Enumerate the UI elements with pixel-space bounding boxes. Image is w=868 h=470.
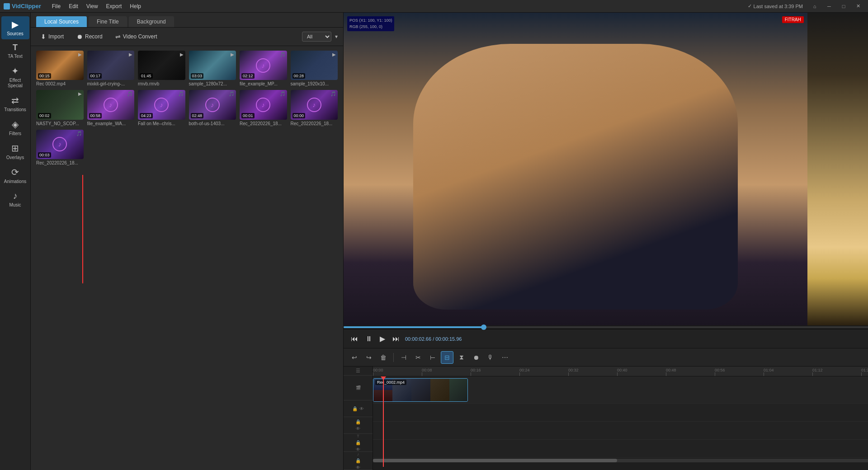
track-eye-button[interactable]: 👁 [359,406,364,411]
sidebar-label-filters: Filters [9,131,21,136]
ruler-mark-7: 00:56 [715,368,725,372]
go-start-button[interactable]: ⏮ [349,334,360,344]
cut-button[interactable]: ✂ [412,351,425,364]
pause-button[interactable]: ⏸ [363,334,374,344]
minimize-button[interactable]: ─ [823,1,835,11]
media-item-8[interactable]: ♪ 00:58 🎵 file_example_WA... [87,90,135,126]
media-item-4[interactable]: 03:03 ▶ sample_1280x72... [189,51,236,86]
split-button[interactable]: ⊟ [441,351,453,364]
menu-export[interactable]: Export [103,2,126,10]
media-thumb-8: ♪ 00:58 🎵 [87,90,135,119]
duration-badge-5: 02:12 [241,73,255,79]
media-name-13: Rec_20220226_18... [36,160,84,165]
media-item-11[interactable]: ♪ 00:01 🎵 Rec_20220226_18... [240,90,287,126]
media-item-10[interactable]: ♪ 02:48 🎵 both-of-us-1403... [189,90,236,126]
track-eye-4[interactable]: 👁 [356,465,360,470]
sidebar-item-overlays[interactable]: ⊞ Overlays [1,140,29,163]
sidebar-item-transitions[interactable]: ⇄ Transitions [1,92,29,115]
media-item-2[interactable]: 00:17 ▶ mixkit-girl-crying-... [87,51,135,86]
import-button[interactable]: ⬇ Import [36,31,68,42]
maximize-button[interactable]: □ [837,1,850,11]
media-name-7: NASTY_NO_SCOP... [36,121,84,126]
media-item-3[interactable]: 01:45 ▶ rmvb.rmvb [138,51,185,86]
close-button[interactable]: ✕ [852,1,864,11]
media-thumb-2: 00:17 ▶ [87,51,135,80]
media-name-5: file_example_MP... [240,81,287,86]
media-item-5[interactable]: ♪ 02:12 🎵 file_example_MP... [240,51,287,86]
sidebar-label-sources: Sources [7,31,24,37]
channel-badge: FITRAH [782,16,804,23]
tab-local-sources[interactable]: Local Sources [36,16,87,27]
track-lock-2[interactable]: 🔒 [355,419,361,424]
media-thumb-5: ♪ 02:12 🎵 [240,51,287,80]
track-lock-button[interactable]: 🔒 [352,406,358,411]
duration-badge-9: 04:23 [140,113,153,118]
media-filter-select[interactable]: All Video Audio Image [302,32,331,42]
tab-fine-title[interactable]: Fine Title [89,16,127,27]
scrollbar-thumb[interactable] [373,459,617,462]
sidebar-label-overlays: Overlays [6,155,24,160]
media-item-1[interactable]: 00:15 ▶ Rec 0002.mp4 [36,51,84,86]
sidebar-item-music[interactable]: ♪ Music [1,188,29,211]
sidebar-item-filters[interactable]: ◈ Filters [1,116,29,139]
ruler-line-3 [519,372,520,376]
info-badge: POS (X1: 100, Y1: 100)RGB (255, 100, 0) [347,16,394,31]
menu-help[interactable]: Help [126,2,145,10]
undo-button[interactable]: ↩ [348,351,361,364]
media-item-9[interactable]: ♪ 04:23 🎵 Fall on Me--chris... [138,90,185,126]
home-button[interactable]: ⌂ [808,1,821,11]
more-button[interactable]: ⋯ [499,351,511,364]
go-end-button[interactable]: ⏭ [391,334,401,344]
timeline-main[interactable]: 00:0000:0800:1600:2400:3200:4000:4800:56… [373,367,868,470]
media-thumb-12: ♪ 00:00 🎵 [291,90,338,119]
ruler-line-7 [715,372,715,376]
duration-badge-4: 03:03 [191,73,204,79]
menu-view[interactable]: View [83,2,102,10]
track-eye-2[interactable]: 👁 [356,426,360,431]
delete-button[interactable]: 🗑 [377,351,390,364]
voice-button[interactable]: 🎙 [484,351,497,364]
tab-background[interactable]: Background [129,16,174,27]
speed-button[interactable]: ⧗ [455,351,468,364]
media-item-12[interactable]: ♪ 00:00 🎵 Rec_20220226_18... [291,90,338,126]
media-item-13[interactable]: ♪ 00:03 🎵 Rec_20220226_18... [36,130,84,165]
media-name-12: Rec_20220226_18... [291,121,338,126]
playback-bar: ⏮ ⏸ ▶ ⏭ 00:00:02.66 / 00:00:15.96 16:99:… [344,329,868,348]
record-button[interactable]: ⏺ Record [72,31,107,42]
media-item-7[interactable]: 00:02 ▶ NASTY_NO_SCOP... [36,90,84,126]
menu-edit[interactable]: Edit [65,2,82,10]
track-lock-3[interactable]: 🔒 [355,440,361,445]
ruler-line-6 [666,372,666,376]
sources-icon: ▶ [12,19,19,30]
ruler-mark-10: 01:20 [861,368,868,372]
media-item-6[interactable]: 00:28 ▶ sample_1920x10... [291,51,338,86]
media-thumb-1: 00:15 ▶ [36,51,84,80]
audio-record-button[interactable]: ⏺ [470,351,482,364]
timeline-scrollbar[interactable] [373,459,868,462]
redo-button[interactable]: ↪ [363,351,375,364]
track-eye-3[interactable]: 👁 [356,447,360,452]
media-name-4: sample_1280x72... [189,81,236,86]
duration-badge-11: 00:01 [241,113,255,118]
track-lock-4[interactable]: 🔒 [355,458,361,463]
menu-file[interactable]: File [48,2,64,10]
sidebar-item-special-effect[interactable]: ✦ Effect Special [1,63,29,91]
progress-thumb[interactable] [481,324,486,330]
app-name: VidClipper [12,3,41,9]
timeline-settings-button[interactable]: ☰ [344,367,373,375]
cut-start-button[interactable]: ⊣ [397,351,410,364]
sidebar-item-animations[interactable]: ⟳ Animations [1,164,29,187]
preview-video[interactable]: POS (X1: 100, Y1: 100)RGB (255, 100, 0) … [344,13,868,325]
video-clip[interactable]: Rec_0002.mp4 [373,378,468,402]
media-name-2: mixkit-girl-crying-... [87,81,135,86]
sidebar-item-sources[interactable]: ▶ Sources [1,16,29,39]
play-button[interactable]: ▶ [378,334,387,344]
sidebar-item-text[interactable]: T TA Text [1,40,29,62]
convert-label: Video Convert [123,33,157,40]
timeline-area: ↩ ↪ 🗑 ⊣ ✂ ⊢ ⊟ ⧗ ⏺ 🎙 ⋯ ↗ Export [344,348,868,470]
cut-end-button[interactable]: ⊢ [426,351,439,364]
import-label: Import [48,33,64,40]
overlays-icon: ⊞ [11,143,19,154]
video-convert-button[interactable]: ⇌ Video Convert [111,31,162,42]
timeline-ruler: 00:0000:0800:1600:2400:3200:4000:4800:56… [373,367,868,376]
